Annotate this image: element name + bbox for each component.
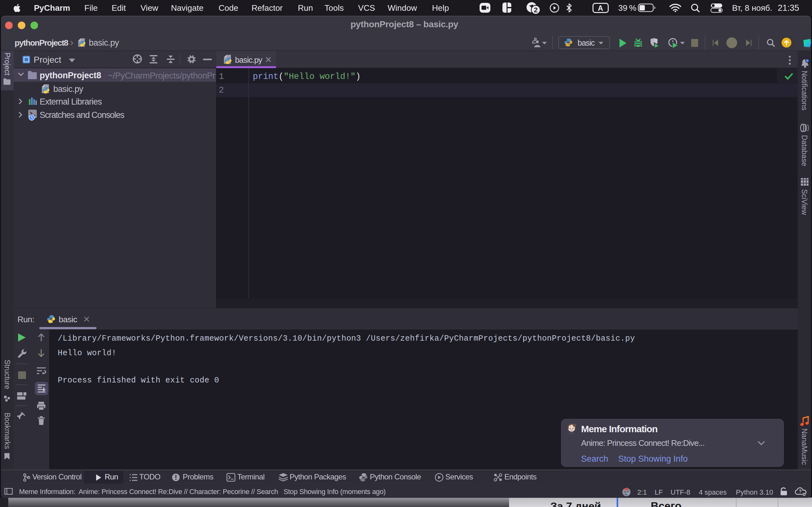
svg-text:2: 2 <box>534 6 538 14</box>
svg-text:?: ? <box>799 489 802 494</box>
svg-text:A: A <box>598 4 603 12</box>
